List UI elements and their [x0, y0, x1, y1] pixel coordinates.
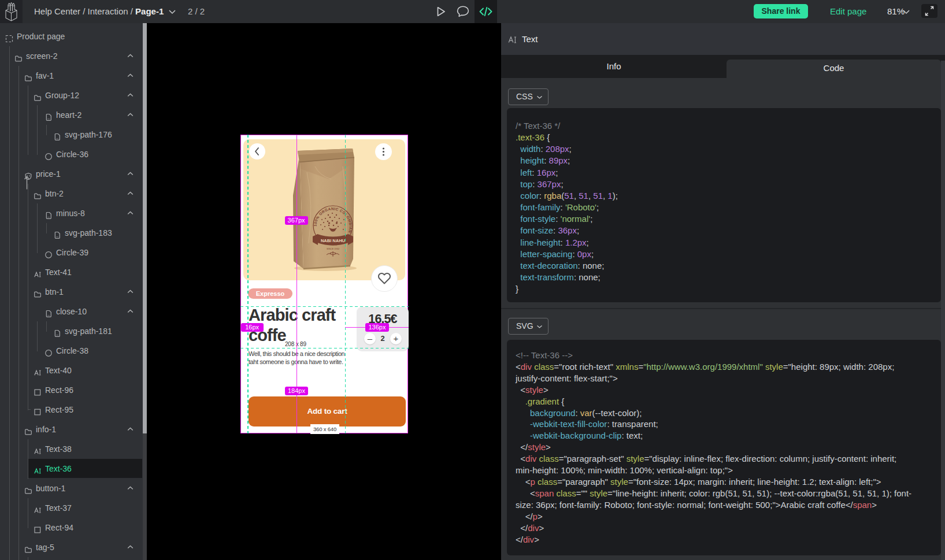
svg-text:SINCE 1932: SINCE 1932 [327, 247, 340, 250]
svg-text:NABI NAHU: NABI NAHU [321, 238, 345, 243]
